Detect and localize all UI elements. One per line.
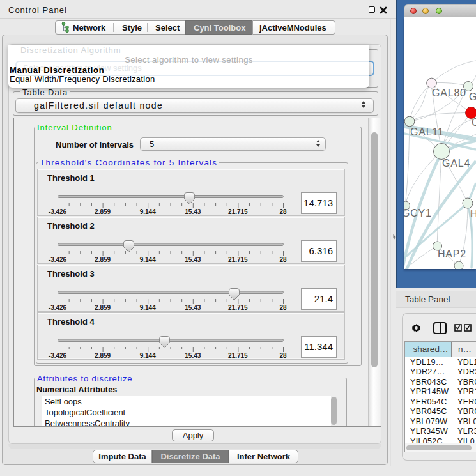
svg-text:GCY1: GCY1 bbox=[404, 208, 432, 219]
svg-text:HAP2: HAP2 bbox=[438, 249, 466, 259]
svg-text:H: H bbox=[470, 208, 476, 219]
svg-text:GAL80: GAL80 bbox=[432, 88, 466, 98]
svg-text:C: C bbox=[472, 117, 476, 128]
svg-text:GAL4: GAL4 bbox=[442, 158, 470, 169]
svg-text:GAL11: GAL11 bbox=[410, 127, 444, 137]
svg-text:GA: GA bbox=[469, 91, 476, 102]
